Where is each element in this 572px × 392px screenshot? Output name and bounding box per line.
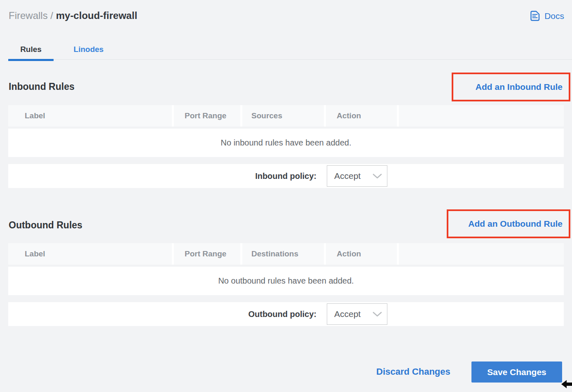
- breadcrumb-current-firewall: my-cloud-firewall: [56, 10, 137, 21]
- inbound-policy-label: Inbound policy:: [255, 171, 316, 181]
- document-icon: [529, 10, 540, 21]
- outbound-column-label: Label: [8, 243, 172, 265]
- firewall-detail-page: Firewalls / my-cloud-firewall Docs Rules…: [0, 0, 572, 392]
- inbound-policy-select[interactable]: Accept: [327, 165, 387, 187]
- tab-rules[interactable]: Rules: [8, 41, 54, 60]
- inbound-empty-row: No inbound rules have been added.: [8, 129, 564, 157]
- outbound-empty-message: No outbound rules have been added.: [218, 276, 354, 286]
- inbound-add-annotation-box: Add an Inbound Rule: [452, 73, 570, 101]
- inbound-column-action: Action: [326, 105, 397, 127]
- chevron-down-icon: [373, 174, 382, 179]
- breadcrumb: Firewalls / my-cloud-firewall: [9, 10, 137, 21]
- add-outbound-rule-button[interactable]: Add an Outbound Rule: [468, 219, 563, 229]
- inbound-policy-row: Inbound policy: Accept: [8, 164, 564, 188]
- outbound-column-port-range: Port Range: [174, 243, 240, 265]
- inbound-rules-heading: Inbound Rules: [9, 81, 75, 92]
- outbound-policy-label: Outbound policy:: [248, 310, 316, 319]
- tab-bar: Rules Linodes: [8, 41, 572, 60]
- outbound-policy-select[interactable]: Accept: [327, 303, 387, 325]
- outbound-column-spacer: [399, 243, 564, 265]
- save-changes-button[interactable]: Save Changes: [471, 361, 562, 383]
- inbound-policy-value: Accept: [334, 171, 361, 181]
- add-inbound-rule-button[interactable]: Add an Inbound Rule: [476, 82, 563, 92]
- inbound-column-sources: Sources: [242, 105, 324, 127]
- mouse-cursor: [561, 380, 572, 392]
- outbound-policy-row: Outbound policy: Accept: [8, 302, 564, 326]
- breadcrumb-firewalls-link[interactable]: Firewalls /: [9, 10, 53, 21]
- outbound-policy-value: Accept: [334, 309, 361, 319]
- chevron-down-icon: [373, 312, 382, 317]
- outbound-column-action: Action: [326, 243, 397, 265]
- inbound-column-port-range: Port Range: [174, 105, 240, 127]
- inbound-column-label: Label: [8, 105, 172, 127]
- outbound-rules-heading: Outbound Rules: [9, 220, 82, 231]
- outbound-table-header: Label Port Range Destinations Action: [8, 243, 564, 265]
- inbound-table-header: Label Port Range Sources Action: [8, 105, 564, 127]
- tab-linodes[interactable]: Linodes: [64, 41, 113, 60]
- outbound-empty-row: No outbound rules have been added.: [8, 267, 564, 295]
- discard-changes-button[interactable]: Discard Changes: [376, 366, 450, 377]
- docs-link[interactable]: Docs: [529, 10, 564, 21]
- inbound-empty-message: No inbound rules have been added.: [221, 138, 352, 148]
- outbound-add-annotation-box: Add an Outbound Rule: [447, 209, 570, 238]
- docs-link-label: Docs: [544, 11, 564, 21]
- inbound-column-spacer: [399, 105, 564, 127]
- outbound-column-destinations: Destinations: [242, 243, 324, 265]
